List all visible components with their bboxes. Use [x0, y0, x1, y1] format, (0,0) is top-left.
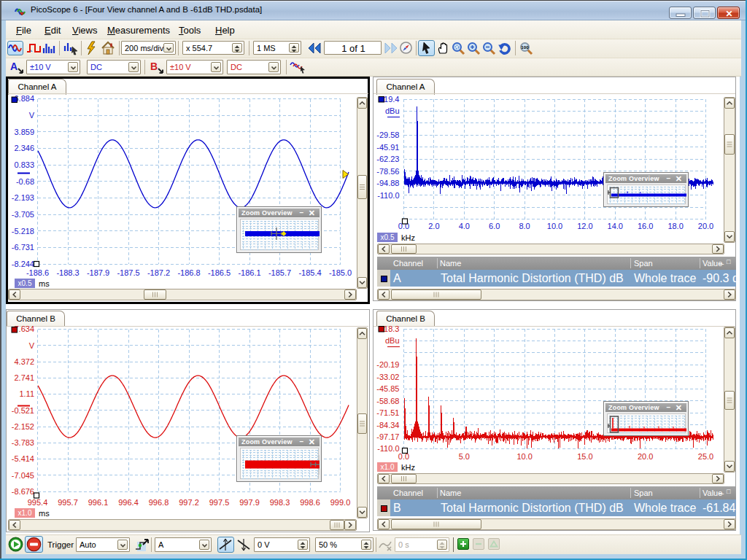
svg-text:-187.5: -187.5 [117, 268, 139, 277]
svg-text:V: V [29, 111, 35, 120]
svg-text:dBu: dBu [385, 336, 400, 345]
svg-text:998.6: 998.6 [300, 498, 320, 507]
svg-text:100: 100 [521, 44, 529, 50]
svg-text:0.833: 0.833 [14, 160, 34, 169]
svg-text:997.5: 997.5 [209, 498, 230, 507]
svg-text:-110.0: -110.0 [377, 191, 399, 200]
svg-text:14.0: 14.0 [608, 222, 623, 230]
svg-text:-97.17: -97.17 [376, 432, 399, 441]
svg-text:-185.4: -185.4 [298, 268, 321, 277]
svg-text:dBu: dBu [385, 106, 400, 115]
svg-text:2.0: 2.0 [428, 222, 439, 230]
svg-text:3.859: 3.859 [14, 128, 34, 136]
svg-text:-0.68: -0.68 [16, 177, 34, 186]
svg-text:12.0: 12.0 [577, 222, 592, 230]
svg-text:-185.0: -185.0 [329, 268, 352, 277]
svg-text:16.0: 16.0 [638, 222, 653, 230]
svg-text:18.3: 18.3 [384, 324, 399, 333]
svg-text:V: V [29, 341, 35, 350]
svg-text:-5.218: -5.218 [12, 227, 34, 236]
svg-text:-185.7: -185.7 [268, 268, 291, 277]
svg-text:4.372: 4.372 [14, 357, 34, 366]
svg-text:-2.152: -2.152 [12, 422, 34, 431]
svg-text:4.0: 4.0 [459, 222, 470, 230]
svg-text:6.0: 6.0 [489, 222, 500, 230]
svg-text:-5.414: -5.414 [12, 454, 34, 463]
svg-text:-186.5: -186.5 [208, 268, 231, 277]
svg-text:-8.244: -8.244 [12, 260, 34, 268]
svg-text:-3.783: -3.783 [12, 438, 34, 447]
svg-text:-0.521: -0.521 [12, 406, 34, 415]
svg-text:999.0: 999.0 [330, 498, 351, 507]
svg-text:-187.9: -187.9 [87, 268, 109, 277]
svg-text:-7.045: -7.045 [12, 471, 34, 480]
svg-text:5.0: 5.0 [459, 452, 470, 461]
svg-text:-45.85: -45.85 [376, 384, 399, 393]
svg-text:997.2: 997.2 [179, 498, 199, 507]
svg-text:-45.91: -45.91 [376, 143, 399, 152]
svg-text:2.741: 2.741 [14, 373, 34, 382]
svg-text:8.0: 8.0 [519, 222, 530, 230]
svg-text:-6.731: -6.731 [12, 243, 34, 252]
svg-text:995.7: 995.7 [58, 498, 78, 507]
svg-text:19.4: 19.4 [384, 95, 399, 104]
svg-text:1.11: 1.11 [19, 389, 34, 398]
svg-text:-186.1: -186.1 [238, 268, 260, 277]
svg-text:20.0: 20.0 [698, 222, 713, 230]
svg-text:-94.88: -94.88 [376, 179, 399, 187]
svg-text:✕: ✕ [725, 9, 732, 18]
svg-text:-188.6: -188.6 [26, 268, 49, 277]
svg-text:18.0: 18.0 [667, 222, 683, 230]
svg-text:995.4: 995.4 [28, 498, 48, 507]
svg-text:996.8: 996.8 [149, 498, 169, 507]
svg-text:-2.193: -2.193 [12, 193, 34, 202]
svg-text:-3.705: -3.705 [12, 210, 34, 219]
svg-text:-188.3: -188.3 [56, 268, 79, 277]
svg-text:-8.676: -8.676 [12, 487, 34, 496]
svg-text:996.1: 996.1 [88, 498, 109, 507]
svg-text:-187.2: -187.2 [147, 268, 170, 277]
svg-text:997.9: 997.9 [239, 498, 260, 507]
svg-text:996.4: 996.4 [118, 498, 139, 507]
svg-text:-58.68: -58.68 [376, 397, 399, 405]
svg-text:998.3: 998.3 [270, 498, 290, 507]
svg-text:-78.56: -78.56 [376, 167, 399, 176]
svg-text:-110.0: -110.0 [377, 444, 399, 453]
svg-text:25.0: 25.0 [698, 452, 713, 461]
svg-text:10.0: 10.0 [516, 452, 532, 461]
svg-text:10.0: 10.0 [547, 222, 562, 230]
svg-text:-84.34: -84.34 [376, 421, 399, 429]
svg-text:-33.02: -33.02 [376, 373, 399, 381]
svg-text:-71.51: -71.51 [376, 408, 399, 417]
svg-text:-62.23: -62.23 [376, 155, 399, 163]
svg-text:20.0: 20.0 [638, 452, 653, 461]
svg-text:15.0: 15.0 [577, 452, 592, 461]
svg-text:-186.8: -186.8 [177, 268, 200, 277]
svg-text:2.346: 2.346 [14, 144, 34, 152]
svg-text:-29.58: -29.58 [376, 131, 399, 139]
svg-text:-20.19: -20.19 [376, 360, 399, 369]
